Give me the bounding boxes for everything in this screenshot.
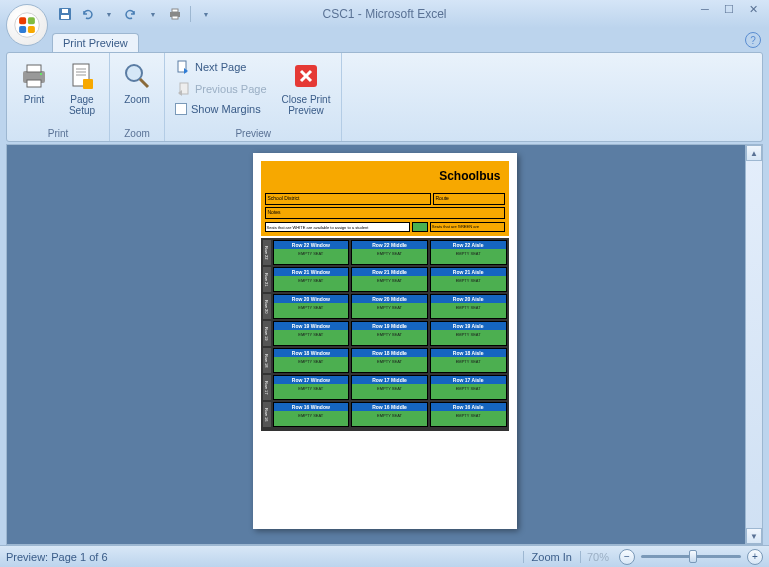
seat-body: EMPTY SEAT xyxy=(431,276,506,291)
seat: Row 21 MiddleEMPTY SEAT xyxy=(351,267,428,292)
seat-header: Row 18 Window xyxy=(274,349,349,357)
svg-rect-9 xyxy=(172,9,178,12)
save-icon[interactable] xyxy=(56,5,74,23)
seat: Row 17 MiddleEMPTY SEAT xyxy=(351,375,428,400)
redo-icon[interactable] xyxy=(122,5,140,23)
zoom-slider[interactable] xyxy=(641,555,741,558)
seat-row: Row 16Row 16 WindowEMPTY SEATRow 16 Midd… xyxy=(263,402,507,427)
svg-point-20 xyxy=(126,65,142,81)
seat-header: Row 21 Aisle xyxy=(431,268,506,276)
seat-header: Row 20 Middle xyxy=(352,295,427,303)
print-button[interactable]: Print xyxy=(13,57,55,108)
checkbox-icon xyxy=(175,103,187,115)
doc-field-route: Route xyxy=(433,193,505,205)
seat-header: Row 22 Aisle xyxy=(431,241,506,249)
seat-body: EMPTY SEAT xyxy=(431,330,506,345)
page-setup-icon xyxy=(66,60,98,92)
customize-qat-icon[interactable]: ▼ xyxy=(197,5,215,23)
seat-header: Row 17 Window xyxy=(274,376,349,384)
legend-white: Seats that are WHITE are available to as… xyxy=(265,222,410,232)
zoom-in-label[interactable]: Zoom In xyxy=(523,551,581,563)
maximize-button[interactable]: ☐ xyxy=(719,2,739,16)
close-button[interactable]: ✕ xyxy=(743,2,763,16)
seat-body: EMPTY SEAT xyxy=(352,303,427,318)
seat-body: EMPTY SEAT xyxy=(352,276,427,291)
svg-point-14 xyxy=(40,73,42,75)
seat-body: EMPTY SEAT xyxy=(274,357,349,372)
dropdown-icon[interactable]: ▼ xyxy=(100,5,118,23)
doc-field-district: School District xyxy=(265,193,431,205)
seat: Row 20 WindowEMPTY SEAT xyxy=(273,294,350,319)
svg-rect-10 xyxy=(172,16,178,19)
row-label: Row 22 xyxy=(263,240,271,265)
seat: Row 22 WindowEMPTY SEAT xyxy=(273,240,350,265)
tab-print-preview[interactable]: Print Preview xyxy=(52,33,139,52)
seat-header: Row 17 Middle xyxy=(352,376,427,384)
seat-header: Row 20 Aisle xyxy=(431,295,506,303)
seat-header: Row 16 Aisle xyxy=(431,403,506,411)
scroll-up-button[interactable]: ▲ xyxy=(746,145,762,161)
seat: Row 20 AisleEMPTY SEAT xyxy=(430,294,507,319)
seat-grid: Row 22Row 22 WindowEMPTY SEATRow 22 Midd… xyxy=(261,238,509,431)
svg-rect-13 xyxy=(27,80,41,87)
seat: Row 19 WindowEMPTY SEAT xyxy=(273,321,350,346)
seat: Row 17 AisleEMPTY SEAT xyxy=(430,375,507,400)
status-bar: Preview: Page 1 of 6 Zoom In 70% − + xyxy=(0,545,769,567)
seat: Row 22 MiddleEMPTY SEAT xyxy=(351,240,428,265)
minimize-button[interactable]: ─ xyxy=(695,2,715,16)
svg-rect-19 xyxy=(83,79,93,89)
seat-body: EMPTY SEAT xyxy=(274,303,349,318)
help-button[interactable]: ? xyxy=(745,32,761,48)
preview-page: Schoolbus School District Route Notes Se… xyxy=(253,153,517,529)
seat-header: Row 21 Middle xyxy=(352,268,427,276)
ribbon-tabs: Print Preview ? xyxy=(52,28,769,52)
svg-rect-4 xyxy=(28,26,35,33)
page-setup-button[interactable]: Page Setup xyxy=(61,57,103,119)
row-label: Row 20 xyxy=(263,294,271,319)
seat-header: Row 22 Window xyxy=(274,241,349,249)
legend-green-text: Seats that are GREEN are xyxy=(430,222,505,232)
legend-green-swatch xyxy=(412,222,428,232)
print-icon[interactable] xyxy=(166,5,184,23)
seat: Row 19 AisleEMPTY SEAT xyxy=(430,321,507,346)
seat-header: Row 17 Aisle xyxy=(431,376,506,384)
seat: Row 21 WindowEMPTY SEAT xyxy=(273,267,350,292)
seat-body: EMPTY SEAT xyxy=(352,384,427,399)
seat-body: EMPTY SEAT xyxy=(274,411,349,426)
seat-body: EMPTY SEAT xyxy=(431,303,506,318)
preview-area[interactable]: ▲ ▼ Schoolbus School District Route Note… xyxy=(6,144,763,545)
previous-page-icon xyxy=(175,81,191,97)
zoom-out-button[interactable]: − xyxy=(619,549,635,565)
quick-access-toolbar: ▼ ▼ ▼ xyxy=(56,5,215,23)
zoom-in-button[interactable]: + xyxy=(747,549,763,565)
seat-row: Row 17Row 17 WindowEMPTY SEATRow 17 Midd… xyxy=(263,375,507,400)
previous-page-button: Previous Page xyxy=(171,79,271,99)
ribbon-group-print: Print Page Setup Print xyxy=(7,53,110,141)
window-title: CSC1 - Microsoft Excel xyxy=(322,7,446,21)
seat-header: Row 16 Middle xyxy=(352,403,427,411)
printer-icon xyxy=(18,60,50,92)
svg-rect-6 xyxy=(61,15,69,19)
status-page-indicator: Preview: Page 1 of 6 xyxy=(6,551,523,563)
next-page-icon xyxy=(175,59,191,75)
seat-body: EMPTY SEAT xyxy=(352,249,427,264)
magnifier-icon xyxy=(121,60,153,92)
seat-row: Row 21Row 21 WindowEMPTY SEATRow 21 Midd… xyxy=(263,267,507,292)
zoom-slider-thumb[interactable] xyxy=(689,550,697,563)
ribbon-group-preview: Next Page Previous Page Show Margins Clo… xyxy=(165,53,342,141)
close-print-preview-button[interactable]: Close Print Preview xyxy=(277,57,336,119)
office-button[interactable] xyxy=(6,4,48,46)
seat-header: Row 16 Window xyxy=(274,403,349,411)
ribbon-group-zoom: Zoom Zoom xyxy=(110,53,165,141)
seat-header: Row 19 Aisle xyxy=(431,322,506,330)
seat: Row 16 WindowEMPTY SEAT xyxy=(273,402,350,427)
undo-icon[interactable] xyxy=(78,5,96,23)
next-page-button[interactable]: Next Page xyxy=(171,57,271,77)
show-margins-checkbox[interactable]: Show Margins xyxy=(171,101,271,117)
dropdown-icon[interactable]: ▼ xyxy=(144,5,162,23)
scroll-down-button[interactable]: ▼ xyxy=(746,528,762,544)
zoom-percent: 70% xyxy=(587,551,613,563)
zoom-button[interactable]: Zoom xyxy=(116,57,158,108)
doc-title: Schoolbus xyxy=(265,165,505,193)
seat-row: Row 19Row 19 WindowEMPTY SEATRow 19 Midd… xyxy=(263,321,507,346)
